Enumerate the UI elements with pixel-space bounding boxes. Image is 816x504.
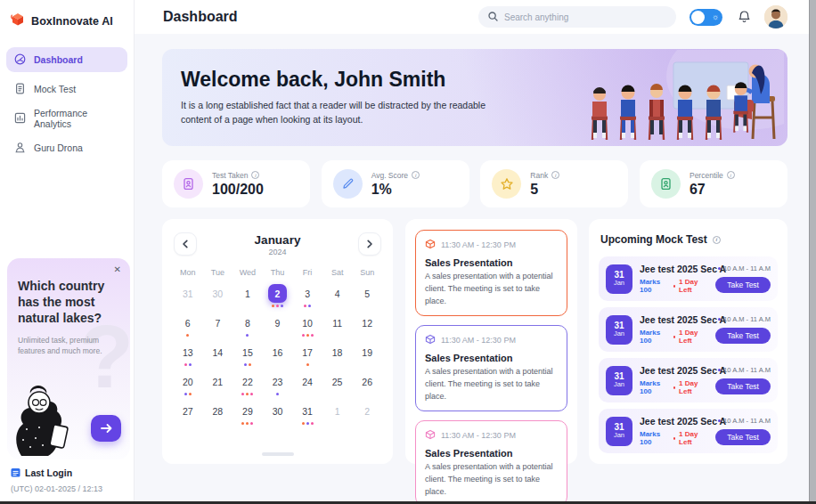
theme-toggle[interactable]: ☼ <box>690 9 722 26</box>
calendar-day[interactable]: 2 <box>263 282 293 311</box>
calendar-day[interactable]: 25 <box>322 370 353 399</box>
guru-icon <box>14 142 26 155</box>
separator-dot <box>673 437 676 440</box>
mock-test-time: 10 A.M - 11 A.M <box>718 417 771 425</box>
calendar-day[interactable]: 7 <box>203 312 233 340</box>
calendar-day[interactable]: 28 <box>203 400 233 428</box>
mock-test-item[interactable]: 31 Jan Jee test 2025 Sec A Marks 100 1 D… <box>599 307 778 352</box>
calendar-month: January <box>255 233 301 247</box>
sidebar-item-label: Guru Drona <box>34 142 83 153</box>
calendar-day[interactable]: 13 <box>173 341 203 370</box>
calendar-day[interactable]: 5 <box>352 282 382 311</box>
close-icon[interactable]: ✕ <box>114 264 121 274</box>
event-card[interactable]: 11:30 AM - 12:30 PM Sales Presentation A… <box>415 230 567 316</box>
event-title: Sales Presentation <box>425 353 558 363</box>
calendar-day[interactable]: 26 <box>352 370 382 399</box>
calendar-day[interactable]: 31 <box>173 282 203 311</box>
days-left-label: 1 Day Left <box>679 278 708 294</box>
weekday-label: Sat <box>322 268 353 277</box>
stat-value: 100/200 <box>212 182 264 198</box>
scrollbar[interactable] <box>809 0 816 504</box>
sidebar-item-label: Mock Test <box>34 84 76 94</box>
calendar-day[interactable]: 2 <box>352 400 382 428</box>
event-time: 11:30 AM - 12:30 PM <box>441 336 516 345</box>
promo-arrow-button[interactable] <box>91 415 121 442</box>
search-input[interactable] <box>504 12 666 22</box>
calendar-day[interactable]: 18 <box>322 341 353 370</box>
stat-value: 67 <box>690 182 735 198</box>
event-dots <box>302 422 314 426</box>
take-test-button[interactable]: Take Test <box>715 277 771 293</box>
calendar-day[interactable]: 20 <box>173 370 203 399</box>
weekday-label: Fri <box>292 268 322 277</box>
take-test-button[interactable]: Take Test <box>715 378 771 394</box>
info-icon[interactable]: i <box>727 171 735 179</box>
search-bar[interactable] <box>478 6 676 28</box>
mock-test-item[interactable]: 31 Jan Jee test 2025 Sec A Marks 100 1 D… <box>599 409 778 453</box>
calendar-day[interactable]: 1 <box>322 400 353 428</box>
mock-test-title: Jee test 2025 Sec A <box>640 314 708 325</box>
calendar-next-button[interactable] <box>358 232 381 256</box>
calendar-day[interactable]: 30 <box>263 400 293 428</box>
info-icon[interactable]: i <box>713 236 721 244</box>
calendar-day[interactable]: 8 <box>233 312 263 340</box>
marks-label: Marks 100 <box>640 379 670 395</box>
calendar-day[interactable]: 24 <box>292 370 322 399</box>
sidebar-nav: Dashboard Mock Test Performance Analytic… <box>0 47 134 160</box>
take-test-button[interactable]: Take Test <box>715 429 771 445</box>
time-bullet <box>718 369 721 371</box>
sidebar-item-guru-drona[interactable]: Guru Drona <box>6 135 127 160</box>
calendar-day[interactable]: 16 <box>263 341 293 370</box>
calendar-day[interactable]: 27 <box>173 400 203 428</box>
calendar-day[interactable]: 14 <box>203 341 233 370</box>
calendar-day[interactable]: 9 <box>263 312 293 340</box>
calendar-day[interactable]: 17 <box>292 341 322 370</box>
calendar-day[interactable]: 1 <box>233 282 263 311</box>
calendar-day[interactable]: 30 <box>203 282 233 311</box>
sidebar-item-dashboard[interactable]: Dashboard <box>6 47 127 72</box>
bell-icon[interactable] <box>738 10 751 24</box>
stat-card-percentile: Percentilei 67 <box>640 160 787 207</box>
calendar-day[interactable]: 22 <box>233 370 263 399</box>
take-test-button[interactable]: Take Test <box>715 328 771 344</box>
calendar-day[interactable]: 21 <box>203 370 233 399</box>
separator-dot <box>673 285 676 288</box>
page-title: Dashboard <box>163 9 238 25</box>
info-icon[interactable]: i <box>251 171 259 179</box>
info-icon[interactable]: i <box>412 171 420 179</box>
event-card[interactable]: 11:30 AM - 12:30 PM Sales Presentation A… <box>415 325 567 411</box>
marks-label: Marks 100 <box>640 430 670 446</box>
calendar-day[interactable]: 19 <box>352 341 382 370</box>
sidebar-item-performance-analytics[interactable]: Performance Analytics <box>6 106 127 131</box>
avatar[interactable] <box>764 5 787 28</box>
last-login: Last Login (UTC) 02-01-2025 / 12:13 <box>11 465 102 493</box>
time-bullet <box>718 267 721 270</box>
mock-test-item[interactable]: 31 Jan Jee test 2025 Sec A Marks 100 1 D… <box>599 256 778 301</box>
calendar-day[interactable]: 10 <box>292 312 322 340</box>
event-dots <box>184 393 192 396</box>
promo-subtitle: Unlimited task, premium features and muc… <box>18 335 110 358</box>
calendar-day[interactable]: 15 <box>233 341 263 370</box>
calendar-day[interactable]: 11 <box>322 312 353 340</box>
drag-handle[interactable] <box>262 452 294 456</box>
mock-test-item[interactable]: 31 Jan Jee test 2025 Sec A Marks 100 1 D… <box>599 358 778 402</box>
calendar-day[interactable]: 29 <box>233 400 263 428</box>
date-badge: 31 Jan <box>606 366 632 395</box>
calendar-day[interactable]: 6 <box>173 312 203 340</box>
days-left-label: 1 Day Left <box>679 430 708 446</box>
event-dots <box>276 393 279 396</box>
last-login-value: (UTC) 02-01-2025 / 12:13 <box>11 484 102 493</box>
welcome-banner: Welcome back, John Smith It is a long es… <box>162 49 787 146</box>
calendar-day[interactable]: 12 <box>352 312 382 340</box>
calendar-day[interactable]: 3 <box>292 282 322 311</box>
calendar-day[interactable]: 23 <box>263 370 293 399</box>
event-card[interactable]: 11:30 AM - 12:30 PM Sales Presentation A… <box>415 420 567 504</box>
calendar-day[interactable]: 4 <box>322 282 353 311</box>
calendar-prev-button[interactable] <box>174 232 197 256</box>
weekday-label: Sun <box>352 268 382 277</box>
calendar-day[interactable]: 31 <box>292 400 322 428</box>
mock-test-title: Jee test 2025 Sec A <box>640 416 708 427</box>
sidebar-item-mock-test[interactable]: Mock Test <box>6 77 127 102</box>
event-dots <box>241 422 253 426</box>
info-icon[interactable]: i <box>551 171 559 179</box>
